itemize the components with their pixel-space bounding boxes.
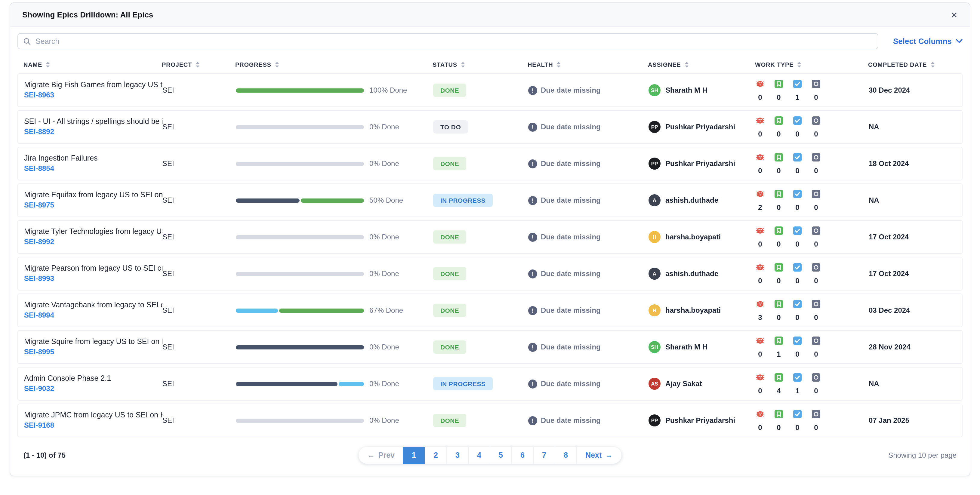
sort-icon[interactable] (797, 61, 801, 68)
epic-name: Migrate JPMC from legacy US to SEI on Ha… (24, 411, 162, 419)
epic-name: Migrate Big Fish Games from legacy US to… (24, 81, 162, 89)
column-header-work-type[interactable]: WORK TYPE (755, 61, 868, 68)
story-count: 0 (777, 313, 781, 322)
column-header-health[interactable]: HEALTH (528, 61, 648, 68)
select-columns-button[interactable]: Select Columns (893, 37, 963, 46)
assignee-avatar: PP (649, 121, 660, 133)
story-count: 0 (777, 240, 781, 248)
work-type-story: 0 (774, 263, 783, 285)
sort-icon[interactable] (685, 61, 689, 68)
column-header-assignee[interactable]: ASSIGNEE (648, 61, 755, 68)
column-header-project[interactable]: PROJECT (162, 61, 235, 68)
sort-icon[interactable] (557, 61, 561, 68)
status-cell: DONE (433, 157, 528, 170)
progress-label: 0% Done (369, 416, 399, 425)
epic-name: Jira Ingestion Failures (24, 154, 162, 162)
epic-key-link[interactable]: SEI-8993 (24, 274, 54, 283)
column-header-name[interactable]: NAME (24, 61, 162, 68)
epic-name: SEI - UI - All strings / spellings shoul… (24, 117, 162, 126)
status-badge: DONE (433, 267, 466, 280)
column-header-status[interactable]: STATUS (433, 61, 528, 68)
story-count: 0 (777, 130, 781, 138)
work-type-story: 0 (774, 226, 783, 248)
sort-icon[interactable] (931, 61, 935, 68)
epic-name-cell: Migrate Big Fish Games from legacy US to… (24, 81, 162, 100)
task-icon (793, 79, 802, 88)
epic-key-link[interactable]: SEI-8892 (24, 127, 54, 136)
table-row[interactable]: Migrate Big Fish Games from legacy US to… (18, 73, 963, 107)
column-header-progress[interactable]: PROGRESS (235, 61, 433, 68)
status-badge: IN PROGRESS (433, 194, 493, 207)
page-button-7[interactable]: 7 (533, 447, 555, 464)
work-type-story: 0 (774, 116, 783, 138)
other-icon (811, 409, 821, 418)
progress-cell: 0% Done (236, 416, 433, 425)
work-type-cell: 0 0 0 (756, 409, 869, 431)
page-button-8[interactable]: 8 (555, 447, 576, 464)
epic-key-link[interactable]: SEI-8975 (24, 201, 54, 209)
page-button-3[interactable]: 3 (446, 447, 468, 464)
page-title: Showing Epics Drilldown: All Epics (22, 10, 153, 19)
bug-count: 0 (758, 130, 762, 138)
bug-icon (756, 226, 765, 235)
status-badge: DONE (433, 84, 466, 97)
alert-icon: ! (528, 232, 537, 242)
table-row[interactable]: SEI - UI - All strings / spellings shoul… (18, 110, 963, 144)
table-row[interactable]: Migrate Pearson from legacy US to SEI on… (18, 257, 963, 291)
project-cell: SEI (162, 379, 236, 388)
work-type-other: 0 (811, 79, 821, 101)
other-icon (811, 263, 821, 272)
sort-icon[interactable] (275, 61, 279, 68)
project-cell: SEI (162, 343, 236, 351)
epic-key-link[interactable]: SEI-8992 (24, 237, 54, 246)
table-row[interactable]: Admin Console Phase 2.1 SEI-9032 SEI 0% … (18, 367, 963, 401)
bug-count: 0 (758, 423, 762, 431)
other-icon (811, 336, 821, 345)
epic-key-link[interactable]: SEI-8963 (24, 91, 54, 99)
page-button-1[interactable]: 1 (403, 447, 425, 464)
alert-icon: ! (528, 159, 537, 168)
sort-icon[interactable] (46, 61, 50, 68)
epic-key-link[interactable]: SEI-8854 (24, 164, 54, 173)
table-row[interactable]: Migrate Equifax from legacy US to SEI on… (18, 183, 963, 217)
table-row[interactable]: Jira Ingestion Failures SEI-8854 SEI 0% … (18, 147, 963, 180)
work-type-bug: 0 (756, 409, 765, 431)
status-cell: TO DO (433, 120, 528, 134)
sort-icon[interactable] (461, 61, 465, 68)
bug-count: 0 (758, 166, 762, 175)
search-input[interactable] (35, 37, 873, 45)
table-row[interactable]: Migrate Squire from legacy US to SEI on … (18, 330, 963, 364)
work-type-bug: 2 (756, 189, 765, 212)
table-body: Migrate Big Fish Games from legacy US to… (18, 73, 963, 437)
assignee-name: Pushkar Priyadarshi (665, 123, 735, 131)
epic-key-link[interactable]: SEI-9032 (24, 384, 54, 393)
epic-key-link[interactable]: SEI-9168 (24, 421, 54, 430)
task-count: 0 (795, 203, 799, 212)
page-button-2[interactable]: 2 (425, 447, 446, 464)
per-page-label: Showing 10 per page (621, 451, 956, 460)
bug-count: 0 (758, 350, 762, 358)
epic-name: Admin Console Phase 2.1 (24, 374, 162, 382)
sort-icon[interactable] (196, 61, 200, 68)
epic-key-link[interactable]: SEI-8995 (24, 348, 54, 356)
progress-label: 67% Done (369, 306, 403, 315)
search-box[interactable] (18, 33, 879, 49)
page-button-5[interactable]: 5 (490, 447, 511, 464)
table-row[interactable]: Migrate Tyler Technologies from legacy U… (18, 220, 963, 254)
assignee-name: ashish.duthade (665, 196, 718, 204)
page-button-4[interactable]: 4 (468, 447, 490, 464)
table-row[interactable]: Migrate JPMC from legacy US to SEI on Ha… (18, 404, 963, 437)
column-header-completed-date[interactable]: COMPLETED DATE (868, 61, 956, 68)
pagination: ← Prev 12345678 Next → (359, 447, 621, 464)
epic-key-link[interactable]: SEI-8994 (24, 311, 54, 319)
close-icon[interactable]: ✕ (951, 11, 958, 19)
bug-count: 0 (758, 276, 762, 285)
prev-page-button[interactable]: ← Prev (359, 447, 403, 464)
status-badge: IN PROGRESS (433, 377, 493, 390)
health-label: Due date missing (541, 416, 601, 425)
status-cell: DONE (433, 414, 528, 427)
page-button-6[interactable]: 6 (511, 447, 533, 464)
table-row[interactable]: Migrate Vantagebank from legacy to SEI o… (18, 293, 963, 327)
next-page-button[interactable]: Next → (576, 447, 621, 464)
status-badge: DONE (433, 230, 466, 244)
